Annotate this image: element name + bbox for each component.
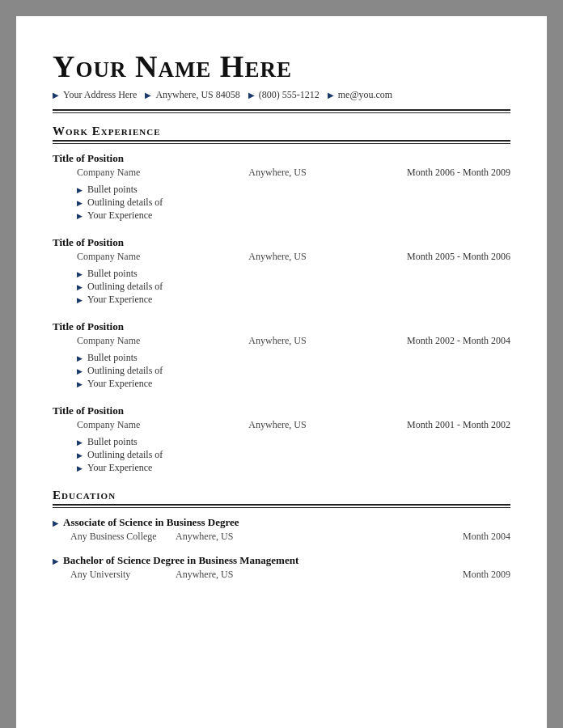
job-dates: Month 2001 - Month 2002 bbox=[381, 419, 510, 431]
edu-details-row: Any Business CollegeAnywhere, USMonth 20… bbox=[53, 531, 510, 543]
edu-degree: Bachelor of Science Degree in Business M… bbox=[63, 554, 298, 567]
contact-item: ▶Anywhere, US 84058 bbox=[145, 89, 239, 101]
bullet-text: Your Experience bbox=[87, 378, 152, 390]
work-experience-header: Work Experience bbox=[53, 125, 510, 144]
bullet-text: Bullet points bbox=[87, 352, 138, 364]
header-divider-thick bbox=[53, 109, 510, 111]
bullet-arrow-icon: ▶ bbox=[77, 186, 83, 194]
edu-school: Any Business College bbox=[70, 531, 167, 543]
contact-text: (800) 555-1212 bbox=[259, 89, 320, 101]
job-details-row: Company NameAnywhere, USMonth 2001 - Mon… bbox=[53, 419, 510, 431]
resume-name: Your Name Here bbox=[53, 49, 510, 84]
resume-page: Your Name Here ▶Your Address Here ▶Anywh… bbox=[16, 16, 547, 728]
edu-location: Anywhere, US bbox=[167, 531, 430, 543]
job-company: Company Name bbox=[77, 167, 174, 179]
list-item: ▶Bullet points bbox=[77, 436, 510, 448]
job-dates: Month 2006 - Month 2009 bbox=[381, 167, 510, 179]
bullet-arrow-icon: ▶ bbox=[77, 296, 83, 304]
job-entry: Title of PositionCompany NameAnywhere, U… bbox=[53, 320, 510, 390]
edu-section-divider-thick bbox=[53, 504, 510, 506]
edu-date: Month 2004 bbox=[430, 531, 510, 543]
job-company: Company Name bbox=[77, 335, 174, 347]
job-details-row: Company NameAnywhere, USMonth 2005 - Mon… bbox=[53, 251, 510, 263]
list-item: ▶Outlining details of bbox=[77, 365, 510, 377]
job-bullets: ▶Bullet points▶Outlining details of▶Your… bbox=[53, 184, 510, 222]
bullet-text: Your Experience bbox=[87, 210, 152, 222]
job-location: Anywhere, US bbox=[174, 335, 381, 347]
bullet-text: Bullet points bbox=[87, 436, 138, 448]
job-title: Title of Position bbox=[53, 320, 510, 333]
job-location: Anywhere, US bbox=[174, 167, 381, 179]
work-section-divider-thick bbox=[53, 140, 510, 142]
bullet-arrow-icon: ▶ bbox=[77, 199, 83, 207]
bullet-arrow-icon: ▶ bbox=[77, 464, 83, 472]
job-entry: Title of PositionCompany NameAnywhere, U… bbox=[53, 404, 510, 474]
contact-text: Your Address Here bbox=[63, 89, 137, 101]
job-details-row: Company NameAnywhere, USMonth 2006 - Mon… bbox=[53, 167, 510, 179]
edu-arrow-icon: ▶ bbox=[53, 557, 58, 565]
job-details-row: Company NameAnywhere, USMonth 2002 - Mon… bbox=[53, 335, 510, 347]
edu-section-divider-thin bbox=[53, 507, 510, 508]
bullet-arrow-icon: ▶ bbox=[77, 212, 83, 220]
list-item: ▶Your Experience bbox=[77, 210, 510, 222]
job-title: Title of Position bbox=[53, 404, 510, 417]
contact-line: ▶Your Address Here ▶Anywhere, US 84058 ▶… bbox=[53, 89, 510, 101]
bullet-text: Outlining details of bbox=[87, 281, 163, 293]
contact-arrow-icon: ▶ bbox=[145, 91, 151, 99]
education-section: Education ▶Associate of Science in Busin… bbox=[53, 489, 510, 581]
job-title: Title of Position bbox=[53, 152, 510, 165]
job-company: Company Name bbox=[77, 419, 174, 431]
list-item: ▶Outlining details of bbox=[77, 281, 510, 293]
contact-item: ▶(800) 555-1212 bbox=[248, 89, 320, 101]
edu-degree-row: ▶Bachelor of Science Degree in Business … bbox=[53, 554, 510, 567]
bullet-arrow-icon: ▶ bbox=[77, 451, 83, 459]
list-item: ▶Your Experience bbox=[77, 462, 510, 474]
list-item: ▶Bullet points bbox=[77, 184, 510, 196]
contact-arrow-icon: ▶ bbox=[53, 91, 59, 99]
edu-arrow-icon: ▶ bbox=[53, 519, 58, 527]
edu-location: Anywhere, US bbox=[167, 569, 430, 581]
contact-item: ▶me@you.com bbox=[328, 89, 392, 101]
resume-header: Your Name Here ▶Your Address Here ▶Anywh… bbox=[53, 49, 510, 113]
education-entry: ▶Bachelor of Science Degree in Business … bbox=[53, 554, 510, 581]
job-dates: Month 2005 - Month 2006 bbox=[381, 251, 510, 263]
work-experience-section: Work Experience Title of PositionCompany… bbox=[53, 125, 510, 474]
contact-arrow-icon: ▶ bbox=[248, 91, 255, 99]
list-item: ▶Outlining details of bbox=[77, 449, 510, 461]
bullet-arrow-icon: ▶ bbox=[77, 438, 83, 447]
work-experience-title: Work Experience bbox=[53, 125, 510, 140]
education-entry: ▶Associate of Science in Business Degree… bbox=[53, 516, 510, 543]
bullet-text: Your Experience bbox=[87, 462, 152, 474]
list-item: ▶Your Experience bbox=[77, 294, 510, 306]
bullet-text: Outlining details of bbox=[87, 197, 163, 209]
contact-text: Anywhere, US 84058 bbox=[155, 89, 239, 101]
education-title: Education bbox=[53, 489, 510, 504]
edu-school: Any University bbox=[70, 569, 167, 581]
header-divider-thin bbox=[53, 112, 510, 113]
bullet-arrow-icon: ▶ bbox=[77, 367, 83, 375]
list-item: ▶Outlining details of bbox=[77, 197, 510, 209]
job-entry: Title of PositionCompany NameAnywhere, U… bbox=[53, 236, 510, 306]
job-bullets: ▶Bullet points▶Outlining details of▶Your… bbox=[53, 352, 510, 390]
edu-details-row: Any UniversityAnywhere, USMonth 2009 bbox=[53, 569, 510, 581]
education-container: ▶Associate of Science in Business Degree… bbox=[53, 516, 510, 581]
bullet-text: Your Experience bbox=[87, 294, 152, 306]
job-bullets: ▶Bullet points▶Outlining details of▶Your… bbox=[53, 436, 510, 474]
bullet-text: Outlining details of bbox=[87, 365, 163, 377]
job-company: Company Name bbox=[77, 251, 174, 263]
contact-item: ▶Your Address Here bbox=[53, 89, 137, 101]
job-title: Title of Position bbox=[53, 236, 510, 249]
education-header: Education bbox=[53, 489, 510, 508]
bullet-arrow-icon: ▶ bbox=[77, 354, 83, 362]
bullet-text: Outlining details of bbox=[87, 449, 163, 461]
list-item: ▶Your Experience bbox=[77, 378, 510, 390]
contact-arrow-icon: ▶ bbox=[328, 91, 334, 99]
job-bullets: ▶Bullet points▶Outlining details of▶Your… bbox=[53, 268, 510, 306]
list-item: ▶Bullet points bbox=[77, 352, 510, 364]
job-location: Anywhere, US bbox=[174, 419, 381, 431]
edu-degree: Associate of Science in Business Degree bbox=[63, 516, 239, 529]
bullet-arrow-icon: ▶ bbox=[77, 270, 83, 278]
bullet-text: Bullet points bbox=[87, 268, 138, 280]
edu-date: Month 2009 bbox=[430, 569, 510, 581]
bullet-arrow-icon: ▶ bbox=[77, 380, 83, 388]
